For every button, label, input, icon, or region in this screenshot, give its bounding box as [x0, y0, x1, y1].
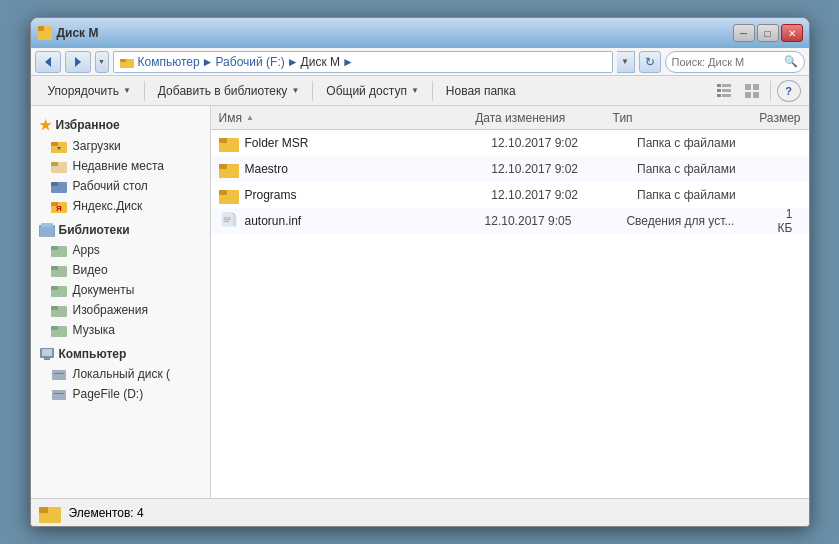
toolbar-separator-2 [312, 81, 313, 101]
path-drive: Рабочий (F:) [216, 55, 285, 69]
path-dropdown-button[interactable]: ▼ [617, 51, 635, 73]
sidebar-item-downloads[interactable]: Загрузки [31, 136, 210, 156]
minimize-button[interactable]: ─ [733, 24, 755, 42]
column-type-header[interactable]: Тип [613, 111, 760, 125]
file-size-autorun: 1 КБ [778, 207, 801, 235]
file-type-autorun: Сведения для уст... [626, 214, 777, 228]
table-row[interactable]: autorun.inf 12.10.2017 9:05 Сведения для… [211, 208, 809, 234]
content-pane: Имя ▲ Дата изменения Тип Размер [211, 106, 809, 498]
status-bar: Элементов: 4 [31, 498, 809, 526]
svg-rect-29 [51, 246, 58, 250]
table-row[interactable]: Maestro 12.10.2017 9:02 Папка с файлами [211, 156, 809, 182]
sidebar-item-desktop[interactable]: Рабочий стол [31, 176, 210, 196]
sidebar-item-apps[interactable]: Apps [31, 240, 210, 260]
column-headers: Имя ▲ Дата изменения Тип Размер [211, 106, 809, 130]
path-current: Диск M [301, 55, 340, 69]
table-row[interactable]: Programs 12.10.2017 9:02 Папка с файлами [211, 182, 809, 208]
column-date-header[interactable]: Дата изменения [475, 111, 612, 125]
toolbar-right: ? [712, 80, 801, 102]
images-folder-icon [51, 303, 67, 317]
new-folder-button[interactable]: Новая папка [437, 79, 525, 103]
sidebar-item-music-label: Музыка [73, 323, 115, 337]
svg-rect-15 [753, 92, 759, 98]
autorun-file-icon [219, 212, 239, 230]
svg-rect-41 [52, 370, 66, 380]
search-input[interactable] [672, 56, 780, 68]
desktop-folder-icon [51, 179, 67, 193]
sidebar-item-video[interactable]: Видео [31, 260, 210, 280]
sidebar-item-yandex[interactable]: Я Яндекс.Диск [31, 196, 210, 216]
view-details-button[interactable] [712, 80, 736, 102]
sidebar: ★ Избранное Загрузки Недавние места Рабо… [31, 106, 211, 498]
svg-rect-17 [51, 142, 58, 146]
sidebar-item-music[interactable]: Музыка [31, 320, 210, 340]
search-box: 🔍 [665, 51, 805, 73]
svg-rect-5 [120, 59, 126, 62]
column-name-header[interactable]: Имя ▲ [219, 111, 476, 125]
svg-rect-11 [722, 94, 731, 97]
file-date-maestro: 12.10.2017 9:02 [491, 162, 637, 176]
sidebar-header-libraries[interactable]: Библиотеки [31, 220, 210, 240]
sidebar-item-docs[interactable]: Документы [31, 280, 210, 300]
sidebar-header-favorites[interactable]: ★ Избранное [31, 114, 210, 136]
svg-marker-2 [45, 57, 51, 67]
svg-rect-53 [232, 216, 236, 227]
sidebar-item-video-label: Видео [73, 263, 108, 277]
sidebar-item-local-c-label: Локальный диск ( [73, 367, 171, 381]
sidebar-item-recent[interactable]: Недавние места [31, 156, 210, 176]
close-button[interactable]: ✕ [781, 24, 803, 42]
file-type-folder-msr: Папка с файлами [637, 136, 792, 150]
yandex-folder-icon: Я [51, 199, 67, 213]
svg-rect-46 [219, 138, 227, 143]
toolbar: Упорядочить ▼ Добавить в библиотеку ▼ Об… [31, 76, 809, 106]
sidebar-item-images-label: Изображения [73, 303, 148, 317]
path-folder-icon [120, 56, 134, 68]
svg-rect-1 [38, 26, 44, 31]
sidebar-item-yandex-label: Яндекс.Диск [73, 199, 143, 213]
help-button[interactable]: ? [777, 80, 801, 102]
svg-rect-12 [745, 84, 751, 90]
libraries-icon [39, 223, 55, 237]
sidebar-header-computer[interactable]: Компьютер [31, 344, 210, 364]
sidebar-item-pagefile-d[interactable]: PageFile (D:) [31, 384, 210, 404]
status-item-count: Элементов: 4 [69, 506, 144, 520]
folder-msr-icon [219, 134, 239, 152]
computer-icon [39, 347, 55, 361]
back-button[interactable] [35, 51, 61, 73]
svg-marker-3 [75, 57, 81, 67]
sidebar-item-images[interactable]: Изображения [31, 300, 210, 320]
title-bar-left: Диск M [37, 25, 99, 41]
toolbar-separator-1 [144, 81, 145, 101]
sidebar-item-docs-label: Документы [73, 283, 135, 297]
sort-asc-icon: ▲ [246, 113, 254, 122]
libraries-label: Библиотеки [59, 223, 130, 237]
maximize-button[interactable]: □ [757, 24, 779, 42]
file-type-programs: Папка с файлами [637, 188, 792, 202]
dropdown-button[interactable]: ▼ [95, 51, 109, 73]
address-path-container[interactable]: Компьютер ► Рабочий (F:) ► Диск M ► [113, 51, 613, 73]
file-name-programs: Programs [245, 188, 492, 202]
svg-rect-19 [51, 162, 58, 166]
refresh-button[interactable]: ↻ [639, 51, 661, 73]
column-size-header[interactable]: Размер [759, 111, 800, 125]
table-row[interactable]: Folder MSR 12.10.2017 9:02 Папка с файла… [211, 130, 809, 156]
recent-folder-icon [51, 159, 67, 173]
forward-button[interactable] [65, 51, 91, 73]
view-large-button[interactable] [740, 80, 764, 102]
add-to-library-button[interactable]: Добавить в библиотеку ▼ [149, 79, 308, 103]
organize-button[interactable]: Упорядочить ▼ [39, 79, 140, 103]
file-date-autorun: 12.10.2017 9:05 [485, 214, 627, 228]
sidebar-item-desktop-label: Рабочий стол [73, 179, 148, 193]
svg-rect-55 [223, 219, 230, 220]
video-folder-icon [51, 263, 67, 277]
svg-rect-56 [223, 221, 228, 222]
main-area: ★ Избранное Загрузки Недавние места Рабо… [31, 106, 809, 498]
folder-maestro-icon [219, 160, 239, 178]
svg-rect-6 [717, 84, 721, 87]
sidebar-item-local-c[interactable]: Локальный диск ( [31, 364, 210, 384]
svg-rect-51 [221, 212, 232, 226]
share-button[interactable]: Общий доступ ▼ [317, 79, 428, 103]
svg-rect-7 [722, 84, 731, 87]
search-icon[interactable]: 🔍 [784, 55, 798, 68]
folder-programs-icon [219, 186, 239, 204]
